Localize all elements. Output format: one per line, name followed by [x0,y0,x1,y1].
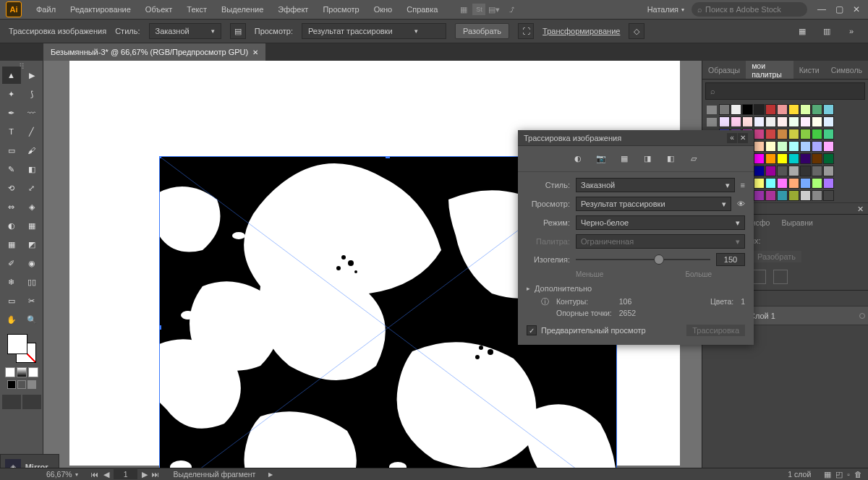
style-dropdown[interactable]: Заказной▾ [149,23,221,39]
folder-icon[interactable] [707,118,717,127]
pathfinder-expand-button[interactable]: Разобрать [752,251,801,262]
close-dialog-icon[interactable]: ✕ [738,133,748,143]
direct-selection-tool[interactable]: ▶ [22,67,41,84]
swatch[interactable] [719,104,730,115]
swatch[interactable] [812,178,822,189]
swatch[interactable] [812,190,822,201]
swatch[interactable] [754,104,765,115]
menu-icon[interactable]: ≡ [741,181,745,189]
preset-photo-lo-icon[interactable]: ▦ [616,151,632,167]
new-layer-icon[interactable]: ▫ [847,470,850,479]
swatch[interactable] [765,153,776,164]
swatch[interactable] [788,166,799,176]
fill-swatch[interactable] [7,334,27,354]
transform-icon[interactable]: ⛶ [518,23,534,39]
swatch[interactable] [754,141,765,152]
menu-edit[interactable]: Редактирование [63,0,138,19]
swatch[interactable] [754,153,765,164]
swatch[interactable] [800,141,811,152]
preview-checkbox[interactable]: ✓ [527,325,537,335]
swatch[interactable] [788,190,799,201]
swatch[interactable] [754,166,765,176]
maximize-button[interactable]: ▢ [833,4,845,15]
swatch[interactable] [765,178,776,189]
swatch[interactable] [731,116,741,127]
expand-panels-icon[interactable]: » [843,23,859,39]
preset-photo-hi-icon[interactable]: 📷 [593,151,609,167]
menu-window[interactable]: Окно [367,0,400,19]
swatch[interactable] [777,178,788,189]
mesh-tool[interactable]: ▦ [2,236,21,253]
arrange-docs-icon[interactable]: ▤▾ [485,1,503,18]
transform-panel-icon[interactable]: ◇ [629,23,644,39]
eraser-tool[interactable]: ◧ [22,160,41,178]
rectangle-tool[interactable]: ▭ [2,142,21,159]
swatch[interactable] [788,104,799,115]
folder-icon[interactable] [707,106,717,114]
swatch[interactable] [765,141,776,152]
preset-6color-icon[interactable]: ◧ [663,151,678,167]
next-icon[interactable]: ▶ [142,470,148,479]
gradient-tool[interactable]: ◩ [22,236,41,253]
stock-icon[interactable]: St [472,4,485,15]
preset-auto-icon[interactable]: ◐ [570,151,586,167]
menu-select[interactable]: Выделение [214,0,271,19]
swatch[interactable] [777,190,788,201]
panel-toggle-icon[interactable]: ▦ [794,23,810,39]
screen-mode-2[interactable] [22,395,41,409]
curvature-tool[interactable]: 〰 [22,104,41,121]
pen-tool[interactable]: ✒ [2,104,21,121]
transform-link[interactable]: Трансформирование [542,27,620,35]
swatch[interactable] [765,190,776,201]
swatch[interactable] [812,153,822,164]
mode-dropdown[interactable]: Черно-белое▾ [576,215,745,230]
panel-toggle-2-icon[interactable]: ▥ [819,23,835,39]
swatch-search[interactable]: ⌕ [705,82,865,100]
swatch[interactable] [777,129,788,140]
draw-behind[interactable] [17,380,26,389]
swatch[interactable] [788,178,799,189]
slider-thumb[interactable] [654,254,664,265]
swatch[interactable] [731,104,741,115]
layers-icon[interactable]: ▦ [824,470,831,479]
menu-effect[interactable]: Эффект [271,0,315,19]
expand-button[interactable]: Разобрать [455,23,509,39]
advanced-toggle[interactable]: ▸Дополнительно [527,284,745,293]
swatch[interactable] [800,190,811,201]
preset-3color-icon[interactable]: ◨ [639,151,655,167]
paintbrush-tool[interactable]: 🖌 [22,142,41,159]
swatch[interactable] [823,104,834,115]
gradient-mode[interactable] [17,367,27,377]
zoom-tool[interactable]: 🔍 [22,311,41,328]
swatch[interactable] [788,141,799,152]
free-transform-tool[interactable]: ◈ [22,198,41,215]
share-icon[interactable]: ⭜ [503,1,520,18]
style-dropdown[interactable]: Заказной▾ [576,178,735,192]
layer-target-icon[interactable] [859,313,865,319]
swatch[interactable] [765,129,776,140]
perspective-tool[interactable]: ▦ [22,217,41,234]
document-tab[interactable]: Безымянный-3* @ 66,67% (RGB/Предпросмотр… [43,43,265,61]
tab-pathfinder-3[interactable]: Выравни [775,215,818,231]
stock-search-input[interactable]: ⌕ Поиск в Adobe Stock [692,2,807,17]
swatch[interactable] [777,141,788,152]
tab-swatches[interactable]: Образцы [702,61,746,79]
tab-my-palettes[interactable]: мои палитры [746,61,793,79]
line-tool[interactable]: ╱ [22,123,41,140]
menu-object[interactable]: Объект [138,0,179,19]
swatch[interactable] [777,104,788,115]
prev-icon[interactable]: ◀ [103,470,109,479]
swatch[interactable] [765,116,776,127]
swatch-menu-icon[interactable]: ✕ [857,205,864,213]
eye-icon[interactable]: 👁 [737,200,745,208]
artboard-number[interactable]: 1 [114,469,138,479]
color-mode[interactable] [5,367,15,377]
swatch[interactable] [788,129,799,140]
swatch[interactable] [754,190,765,201]
threshold-input[interactable]: 150 [716,253,745,266]
swatch[interactable] [777,116,788,127]
swatch[interactable] [788,153,799,164]
fill-stroke-swatches[interactable] [7,334,36,363]
swatch[interactable] [812,166,822,176]
swatch[interactable] [754,129,765,140]
